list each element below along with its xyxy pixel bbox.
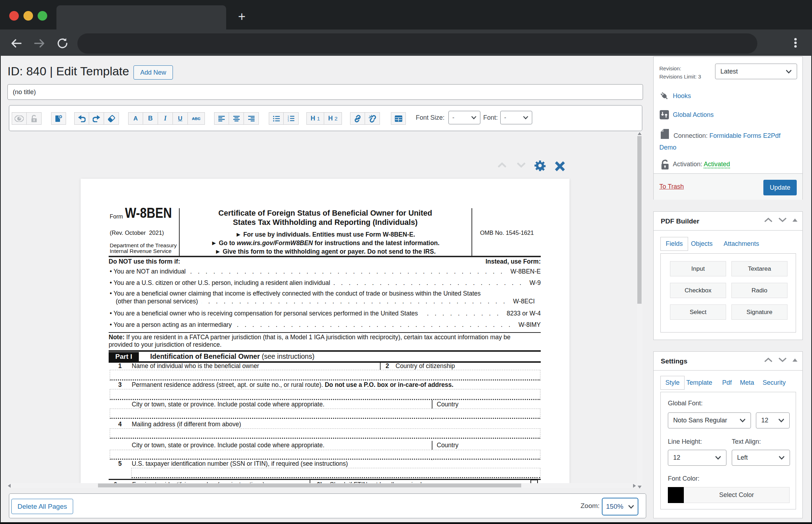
- svg-text:3: 3: [288, 119, 289, 121]
